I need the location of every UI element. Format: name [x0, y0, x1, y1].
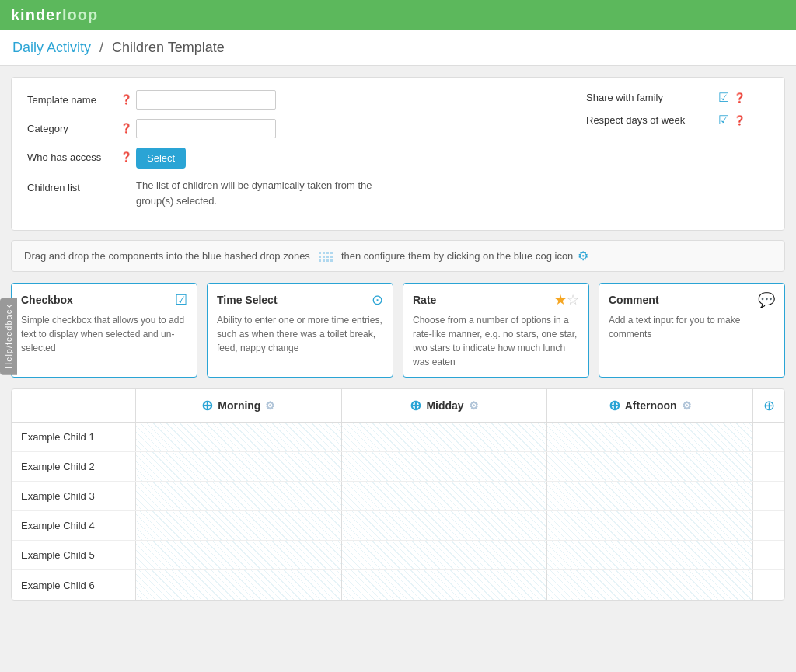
- grid-cell-midday-1[interactable]: [342, 452, 548, 481]
- grid-cell-midday-4[interactable]: [342, 541, 548, 569]
- grid-cell-morning-1[interactable]: [136, 452, 342, 481]
- grid-header-row: ⊕ Morning ⚙ ⊕ Midday ⚙ ⊕ Afternoon ⚙: [12, 389, 784, 423]
- add-column-button[interactable]: ⊕: [753, 389, 784, 422]
- component-desc-2: Choose from a number of options in a rat…: [413, 313, 579, 369]
- children-list-row: Children list The list of children will …: [27, 178, 586, 208]
- component-header-2: Rate ★☆: [413, 291, 579, 308]
- table-row: Example Child 6: [12, 570, 784, 600]
- component-desc-1: Ability to enter one or more time entrie…: [217, 313, 383, 355]
- help-feedback-tab[interactable]: Help/feedback: [0, 298, 17, 374]
- breadcrumb: Daily Activity / Children Template: [0, 30, 796, 66]
- component-desc-3: Add a text input for you to make comment…: [609, 313, 775, 341]
- select-button[interactable]: Select: [136, 148, 186, 169]
- child-name-5: Example Child 6: [12, 570, 136, 600]
- children-list-help-icon: [120, 178, 136, 182]
- grid-col-afternoon: ⊕ Afternoon ⚙: [547, 389, 753, 422]
- cog-icon: ⚙: [578, 249, 588, 263]
- grid-cell-afternoon-3[interactable]: [547, 511, 753, 540]
- grid-cell-add-0: [753, 423, 784, 451]
- component-header-0: Checkbox ☑: [21, 291, 187, 308]
- grid-cell-afternoon-2[interactable]: [547, 482, 753, 510]
- grid-col-midday: ⊕ Midday ⚙: [342, 389, 548, 422]
- morning-settings-icon[interactable]: ⚙: [265, 399, 275, 412]
- components-section: Checkbox ☑ Simple checkbox that allows y…: [11, 283, 785, 378]
- add-morning-button[interactable]: ⊕: [201, 397, 213, 414]
- grid-label-col-header: [12, 389, 136, 422]
- who-has-access-row: Who has access ❓ Select: [27, 148, 586, 169]
- child-name-4: Example Child 5: [12, 541, 136, 569]
- grid-cell-add-1: [753, 452, 784, 481]
- checkbox-icon: ☑: [175, 291, 187, 308]
- grid-cell-morning-0[interactable]: [136, 423, 342, 451]
- grid-body: Example Child 1 Example Child 2 Example …: [12, 423, 784, 600]
- breadcrumb-separator: /: [100, 40, 103, 55]
- share-with-family-help-icon: ❓: [734, 92, 745, 103]
- respect-days-help-icon: ❓: [734, 115, 745, 126]
- component-header-1: Time Select ⊙: [217, 291, 383, 308]
- grid-cell-midday-5[interactable]: [342, 570, 548, 600]
- child-name-1: Example Child 2: [12, 452, 136, 481]
- component-card-time-select: Time Select ⊙ Ability to enter one or mo…: [207, 283, 393, 378]
- grid-cell-add-4: [753, 541, 784, 569]
- category-help-icon: ❓: [120, 119, 136, 134]
- share-with-family-row: Share with family ☑ ❓: [586, 90, 745, 105]
- table-row: Example Child 2: [12, 452, 784, 482]
- component-card-checkbox: Checkbox ☑ Simple checkbox that allows y…: [11, 283, 197, 378]
- midday-label: Midday: [426, 399, 463, 412]
- component-title-1: Time Select: [217, 294, 278, 306]
- grid-cell-midday-0[interactable]: [342, 423, 548, 451]
- respect-days-label: Respect days of week: [586, 114, 710, 126]
- grid-cell-morning-2[interactable]: [136, 482, 342, 510]
- who-has-access-help-icon: ❓: [120, 148, 136, 162]
- who-has-access-input-wrapper: Select: [136, 148, 186, 169]
- table-row: Example Child 3: [12, 482, 784, 511]
- grid-cell-afternoon-4[interactable]: [547, 541, 753, 569]
- form-upper: Template name ❓ Category ❓ Child Activit…: [27, 90, 769, 218]
- grid-cell-afternoon-5[interactable]: [547, 570, 753, 600]
- grid-cell-morning-3[interactable]: [136, 511, 342, 540]
- children-list-label: Children list: [27, 178, 120, 193]
- respect-days-checkbox[interactable]: ☑: [718, 113, 729, 127]
- table-row: Example Child 5: [12, 541, 784, 570]
- template-name-label: Template name: [27, 90, 120, 106]
- grid-cell-add-5: [753, 570, 784, 600]
- grid-cell-midday-3[interactable]: [342, 511, 548, 540]
- share-with-family-label: Share with family: [586, 92, 710, 103]
- template-name-input-wrapper: [136, 90, 276, 110]
- grid-cell-afternoon-0[interactable]: [547, 423, 753, 451]
- afternoon-settings-icon[interactable]: ⚙: [682, 399, 692, 412]
- grid-cell-afternoon-1[interactable]: [547, 452, 753, 481]
- add-afternoon-button[interactable]: ⊕: [609, 397, 620, 414]
- template-name-input[interactable]: [136, 90, 276, 110]
- grid-cell-morning-4[interactable]: [136, 541, 342, 569]
- component-card-comment: Comment 💬 Add a text input for you to ma…: [599, 283, 785, 378]
- category-label: Category: [27, 119, 120, 134]
- grid-section: ⊕ Morning ⚙ ⊕ Midday ⚙ ⊕ Afternoon ⚙: [11, 388, 785, 601]
- table-row: Example Child 1: [12, 423, 784, 452]
- children-list-text: The list of children will be dynamically…: [136, 178, 400, 208]
- morning-label: Morning: [218, 399, 260, 412]
- breadcrumb-children-template: Children Template: [112, 40, 225, 55]
- category-row: Category ❓ Child Activity: [27, 119, 586, 138]
- grid-cell-add-3: [753, 511, 784, 540]
- drag-dots-icon: [318, 251, 333, 262]
- grid-cell-morning-5[interactable]: [136, 570, 342, 600]
- drag-instruction-text-before: Drag and drop the components into the bl…: [24, 250, 310, 262]
- category-input[interactable]: Child Activity: [136, 119, 276, 138]
- topbar: kinderloop: [0, 0, 796, 30]
- grid-col-morning: ⊕ Morning ⚙: [136, 389, 342, 422]
- template-name-row: Template name ❓: [27, 90, 586, 110]
- child-name-0: Example Child 1: [12, 423, 136, 451]
- midday-settings-icon[interactable]: ⚙: [469, 399, 479, 412]
- respect-days-row: Respect days of week ☑ ❓: [586, 113, 745, 127]
- component-title-2: Rate: [413, 294, 436, 306]
- component-card-rate: Rate ★☆ Choose from a number of options …: [403, 283, 589, 378]
- grid-cell-midday-2[interactable]: [342, 482, 548, 510]
- breadcrumb-daily-activity[interactable]: Daily Activity: [12, 40, 91, 55]
- afternoon-label: Afternoon: [625, 399, 677, 412]
- logo: kinderloop: [11, 6, 98, 24]
- add-midday-button[interactable]: ⊕: [410, 397, 421, 414]
- share-with-family-checkbox[interactable]: ☑: [718, 90, 729, 105]
- who-has-access-label: Who has access: [27, 148, 120, 163]
- rate-icon: ★☆: [554, 291, 579, 308]
